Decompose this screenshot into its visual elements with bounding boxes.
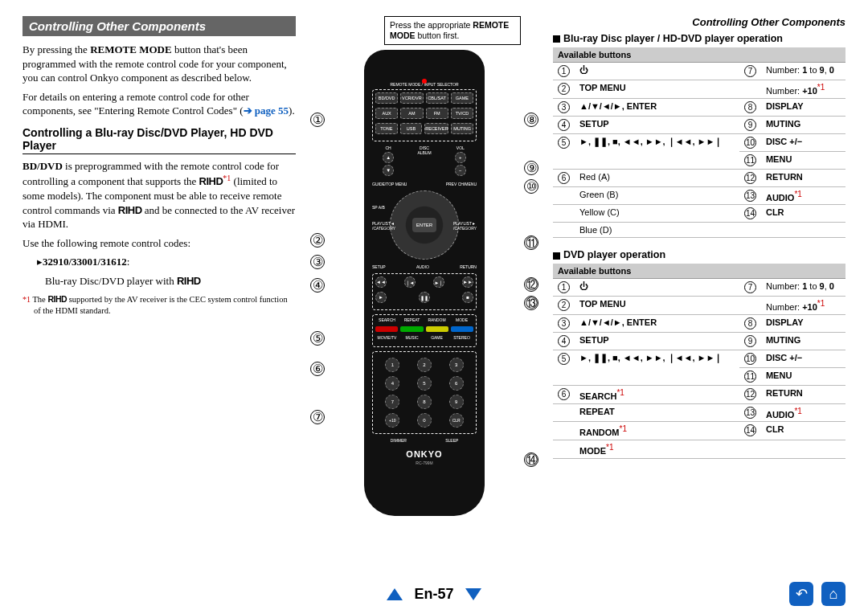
callout-7: ⑦ xyxy=(310,410,325,424)
callout-3: ③ xyxy=(310,255,325,269)
page-header-right: Controlling Other Components xyxy=(553,16,845,28)
callout-box: Press the appropriate REMOTE MODE button… xyxy=(384,16,521,45)
codes-intro: Use the following remote control codes: xyxy=(23,236,296,251)
dvd-table-title: DVD player operation xyxy=(553,249,845,260)
callout-5: ⑤ xyxy=(310,331,325,346)
subheading-bluray-dvd: Controlling a Blu-ray Disc/DVD Player, H… xyxy=(23,126,296,154)
callout-9: ⑨ xyxy=(524,161,538,175)
intro-paragraph-1: By pressing the REMOTE MODE button that'… xyxy=(23,43,296,85)
callout-1: ① xyxy=(310,113,325,127)
footnote-1: *1 The RIHD supported by the AV receiver… xyxy=(34,294,296,316)
callout-4: ④ xyxy=(310,278,325,293)
remote-codes: ▸32910/33001/31612: xyxy=(37,255,296,269)
remote-model: RC-799M xyxy=(372,460,477,465)
callout-14: ⑭ xyxy=(524,452,538,467)
page-link-55[interactable]: ➔ page 55 xyxy=(244,104,289,117)
intro-paragraph-2: For details on entering a remote control… xyxy=(23,90,296,118)
next-page-button[interactable] xyxy=(465,588,481,600)
page-number: En-57 xyxy=(414,586,453,603)
callout-2: ② xyxy=(310,233,325,248)
callout-10: ⑩ xyxy=(524,179,538,194)
remote-led-icon xyxy=(422,79,427,84)
callout-12: ⑫ xyxy=(524,277,538,292)
callout-11: ⑪ xyxy=(524,235,538,250)
bddvd-paragraph: BD/DVD is preprogrammed with the remote … xyxy=(23,159,296,231)
remote-brand: ONKYO xyxy=(372,449,477,459)
prev-page-button[interactable] xyxy=(387,588,403,600)
section-banner: Controlling Other Components xyxy=(23,16,296,36)
callout-13: ⑬ xyxy=(524,296,538,310)
bluray-buttons-table: Available buttons 1⏻7Number: 1 to 9, 0 2… xyxy=(553,47,845,238)
remote-codes-desc: Blu-ray Disc/DVD player with RIHD xyxy=(45,274,296,289)
callout-8: ⑧ xyxy=(524,113,538,127)
bluray-table-title: Blu-ray Disc player / HD-DVD player oper… xyxy=(553,33,845,44)
callout-6: ⑥ xyxy=(310,362,325,376)
dvd-buttons-table: Available buttons 1⏻7Number: 1 to 9, 0 2… xyxy=(553,264,845,458)
remote-control-illustration: REMOTE MODE / INPUT SELECTOR BD/DVDVCR/D… xyxy=(364,50,485,516)
back-button[interactable]: ↶ xyxy=(789,582,813,606)
rihd-logo: RIHD xyxy=(199,176,223,188)
home-button[interactable]: ⌂ xyxy=(821,582,845,606)
